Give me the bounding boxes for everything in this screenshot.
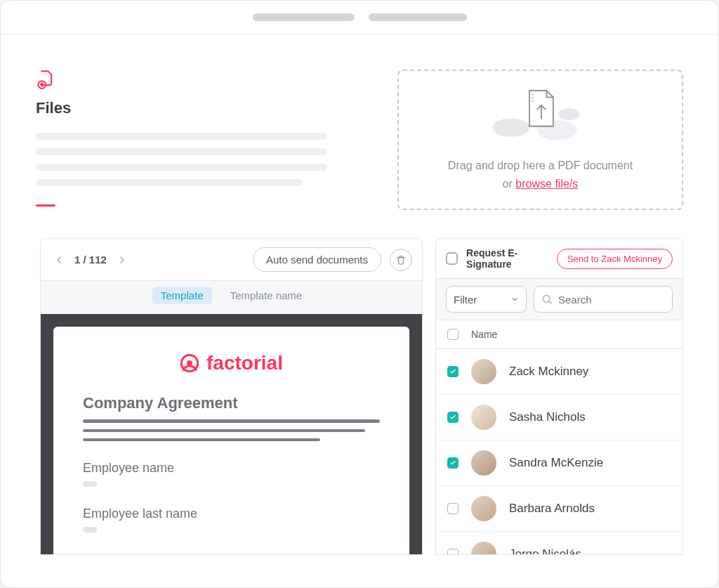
field-placeholder xyxy=(83,481,97,487)
brand-logo: factorial xyxy=(83,352,380,374)
filter-select[interactable]: Filter xyxy=(446,286,527,313)
document-heading: Company Agreement xyxy=(83,394,380,412)
window-chrome xyxy=(1,1,718,34)
page-indicator: 1 / 112 xyxy=(74,254,107,266)
check-icon xyxy=(449,368,456,375)
person-row[interactable]: Sasha Nichols xyxy=(436,395,682,440)
delete-button[interactable] xyxy=(390,249,412,271)
avatar xyxy=(471,542,496,555)
accent-underline xyxy=(36,204,55,207)
svg-point-1 xyxy=(492,119,529,137)
person-name: Jorge Nicolás xyxy=(509,547,581,555)
file-upload-icon xyxy=(36,70,362,92)
person-checkbox[interactable] xyxy=(447,457,459,469)
template-preview-card: 1 / 112 Auto send documents Template Tem… xyxy=(40,238,423,555)
document-viewport[interactable]: factorial Company Agreement Employee nam… xyxy=(41,314,422,555)
avatar xyxy=(471,405,496,430)
svg-point-6 xyxy=(543,295,550,302)
doc-text-line xyxy=(83,438,320,441)
files-title: Files xyxy=(36,99,362,117)
select-all-checkbox[interactable] xyxy=(447,329,459,340)
prev-page-button[interactable] xyxy=(51,251,67,268)
search-input[interactable] xyxy=(534,286,673,313)
dropzone-or: or xyxy=(503,178,516,190)
auto-send-button[interactable]: Auto send documents xyxy=(253,247,381,272)
template-type-pill[interactable]: Template xyxy=(152,287,212,304)
checkbox-icon xyxy=(446,252,458,265)
files-section: Files xyxy=(36,70,362,207)
search-icon xyxy=(541,293,553,306)
person-name: Barbara Arnolds xyxy=(509,502,595,516)
check-icon xyxy=(449,459,456,466)
dropzone[interactable]: Drag and drop here a PDF document or bro… xyxy=(397,70,683,210)
column-name-header: Name xyxy=(471,329,497,340)
dropzone-illustration xyxy=(484,86,597,143)
people-list: Zack MckinneySasha NicholsSandra McKenzi… xyxy=(436,349,682,555)
avatar xyxy=(471,496,496,521)
doc-text-line xyxy=(83,429,365,432)
avatar xyxy=(471,450,496,476)
person-checkbox[interactable] xyxy=(447,412,459,423)
send-button[interactable]: Send to Zack Mckinney xyxy=(557,249,673,269)
doc-text-line xyxy=(83,419,380,423)
dropzone-line1: Drag and drop here a PDF document xyxy=(448,159,633,171)
person-checkbox[interactable] xyxy=(447,366,459,377)
svg-point-2 xyxy=(558,109,579,121)
skeleton-line xyxy=(36,179,303,186)
person-checkbox[interactable] xyxy=(447,503,459,514)
person-checkbox[interactable] xyxy=(447,549,459,555)
person-row[interactable]: Sandra McKenzie xyxy=(436,440,682,486)
skeleton-line xyxy=(36,148,327,155)
request-esignature-label: Request E-Signature xyxy=(466,247,557,270)
person-name: Zack Mckinney xyxy=(509,365,588,379)
dropzone-text: Drag and drop here a PDF document or bro… xyxy=(448,157,633,192)
request-esignature-toggle[interactable]: Request E-Signature xyxy=(446,247,557,270)
document-page: factorial Company Agreement Employee nam… xyxy=(53,327,409,555)
browse-files-link[interactable]: browse file/s xyxy=(515,178,578,190)
chrome-pill xyxy=(253,13,355,21)
trash-icon xyxy=(395,254,407,266)
template-name-label: Template name xyxy=(222,287,311,304)
field-employee-last-name: Employee last name xyxy=(83,507,380,521)
chrome-pill xyxy=(369,13,467,21)
person-name: Sasha Nichols xyxy=(509,410,586,424)
field-employee-name: Employee name xyxy=(83,461,380,476)
person-row[interactable]: Zack Mckinney xyxy=(436,349,682,395)
next-page-button[interactable] xyxy=(114,251,131,268)
brand-name: factorial xyxy=(206,352,283,374)
chevron-down-icon xyxy=(510,295,519,303)
avatar xyxy=(471,359,496,384)
filter-label: Filter xyxy=(454,294,477,306)
person-row[interactable]: Jorge Nicolás xyxy=(436,532,682,555)
field-placeholder xyxy=(83,527,97,533)
person-name: Sandra McKenzie xyxy=(509,456,603,470)
skeleton-line xyxy=(36,164,327,171)
person-row[interactable]: Barbara Arnolds xyxy=(436,486,682,532)
check-icon xyxy=(449,414,456,421)
skeleton-line xyxy=(36,133,327,140)
app-window: Files xyxy=(0,0,719,588)
recipients-panel: Request E-Signature Send to Zack Mckinne… xyxy=(435,238,683,555)
factorial-logo-icon xyxy=(180,353,199,373)
skeleton-lines xyxy=(36,124,362,186)
